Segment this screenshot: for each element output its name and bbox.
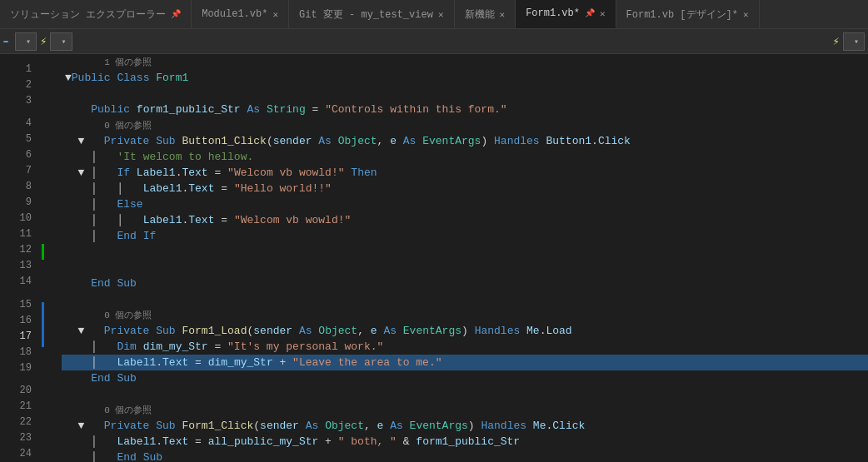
line-number	[0, 290, 35, 297]
line-numbers: 12345678910111213141516▶1718192021222324	[0, 54, 42, 462]
line-number	[0, 54, 35, 62]
lightning-icon-left: ⚡	[40, 34, 47, 48]
tab-label: Module1.vb*	[202, 8, 267, 20]
line-number: 20	[0, 383, 35, 399]
code-editor[interactable]: 12345678910111213141516▶1718192021222324…	[0, 54, 868, 462]
editor-toolbar: ▾ ⚡ ▾ ⚡ ▾	[0, 29, 868, 54]
git-indicator-cell	[42, 54, 58, 69]
git-indicator-cell	[42, 433, 58, 448]
line-number: 18	[0, 345, 35, 360]
code-line: │ Else	[62, 196, 868, 212]
line-number: 22	[0, 415, 35, 430]
git-indicator-cell	[42, 302, 58, 317]
code-content[interactable]: 1 個の参照▼Public Class Form1 Public form1_p…	[58, 54, 868, 462]
code-line: ▼ │ If Label1.Text = "Welcom vb wowld!" …	[62, 165, 868, 181]
ref-count-line: 0 個の参照	[62, 307, 868, 323]
code-line: ▼ Private Sub Form1_Click(sender As Obje…	[62, 418, 868, 434]
code-line	[62, 291, 868, 307]
git-indicator-cell	[42, 360, 58, 375]
git-bar	[42, 302, 44, 318]
git-indicator-cell	[42, 448, 58, 463]
line-number: 19	[0, 360, 35, 376]
git-indicator-cell	[42, 316, 58, 331]
git-indicator-cell	[42, 186, 58, 201]
close-icon[interactable]: ✕	[743, 9, 749, 20]
tab-label: 新機能	[465, 7, 495, 22]
code-line	[62, 386, 868, 402]
line-number: 11	[0, 226, 35, 242]
git-indicator-cell	[42, 273, 58, 288]
code-line: │ Label1.Text = all_public_my_Str + " bo…	[62, 434, 868, 450]
tab-form1-vb[interactable]: Form1.vb* 📌 ✕	[516, 0, 616, 28]
close-icon[interactable]: ✕	[438, 9, 444, 20]
line-number	[0, 109, 35, 117]
tab-label: Form1.vb*	[526, 7, 580, 19]
git-indicator-cell	[42, 98, 58, 113]
line-number: 7	[0, 163, 35, 179]
code-line	[62, 86, 868, 102]
close-icon[interactable]: ✕	[500, 9, 506, 20]
tab-new-feature[interactable]: 新機能 ✕	[455, 0, 516, 28]
git-indicator-cell	[42, 404, 58, 419]
line-number: 16	[0, 313, 35, 329]
toolbar-right: ⚡ ▾	[833, 32, 865, 51]
code-line	[62, 244, 868, 260]
git-indicator-cell	[42, 142, 58, 156]
tab-git-changes[interactable]: Git 変更 - my_test_view ✕	[289, 0, 454, 28]
close-icon[interactable]: ✕	[600, 8, 606, 19]
git-indicator-cell	[42, 419, 58, 434]
git-indicator-cell	[42, 127, 58, 142]
ref-count-line: 0 個の参照	[62, 117, 868, 133]
chevron-down-icon: ▾	[854, 37, 859, 47]
git-indicator-cell	[42, 375, 58, 390]
git-indicator-cell	[42, 390, 58, 405]
line-number: ▶17	[0, 329, 35, 345]
tab-bar: ソリューション エクスプローラー 📌 Module1.vb* ✕ Git 変更 …	[0, 0, 868, 29]
vb-badge	[3, 41, 8, 42]
code-line: End Sub	[62, 370, 868, 386]
git-indicator-cell	[42, 69, 58, 84]
line-number: 2	[0, 77, 35, 93]
method-dropdown[interactable]: ▾	[843, 32, 865, 51]
line-number: 15	[0, 297, 35, 313]
tab-solution-explorer[interactable]: ソリューション エクスプローラー 📌	[0, 0, 192, 28]
code-line: │ │ Label1.Text = "Welcom vb wowld!"	[62, 212, 868, 228]
line-number: 24	[0, 446, 35, 462]
project-dropdown[interactable]: ▾	[15, 32, 37, 51]
line-number: 23	[0, 430, 35, 446]
line-number: 21	[0, 399, 35, 415]
tab-label: ソリューション エクスプローラー	[10, 7, 166, 22]
code-line: Public form1_public_Str As String = "Con…	[62, 102, 868, 117]
tab-module1[interactable]: Module1.vb* ✕	[192, 0, 289, 28]
line-number: 10	[0, 211, 35, 226]
git-indicator-cell	[42, 83, 58, 98]
ide-window: ソリューション エクスプローラー 📌 Module1.vb* ✕ Git 変更 …	[0, 0, 868, 462]
line-number: 3	[0, 93, 35, 109]
chevron-down-icon: ▾	[61, 37, 66, 47]
code-line: │ End If	[62, 228, 868, 244]
git-bar	[42, 244, 44, 260]
tab-form1-design[interactable]: Form1.vb [デザイン]* ✕	[616, 0, 760, 28]
code-line	[62, 260, 868, 276]
git-bar	[42, 331, 44, 347]
line-number: 12	[0, 242, 35, 258]
code-line: ▼Public Class Form1	[62, 70, 868, 86]
toolbar-left: ▾ ⚡ ▾	[3, 32, 830, 51]
lightning-icon-right: ⚡	[833, 34, 840, 48]
git-indicator-cell	[42, 229, 58, 244]
code-line: │ 'It welcom to hellow.	[62, 149, 868, 165]
git-indicator-cell	[42, 112, 58, 127]
line-number: 1	[0, 62, 35, 77]
git-indicator-cell	[42, 156, 58, 171]
git-indicator-cell	[42, 200, 58, 215]
git-indicator-cell	[42, 345, 58, 360]
code-line: End Sub	[62, 276, 868, 291]
event-dropdown[interactable]: ▾	[50, 32, 72, 51]
line-number: 6	[0, 147, 35, 163]
git-indicator-cell	[42, 244, 58, 259]
git-indicator-cell	[42, 331, 58, 346]
git-indicator-cell	[42, 287, 58, 302]
code-line: │ End Sub	[62, 450, 868, 462]
close-icon[interactable]: ✕	[272, 9, 278, 20]
tab-label: Git 変更 - my_test_view	[299, 7, 433, 22]
